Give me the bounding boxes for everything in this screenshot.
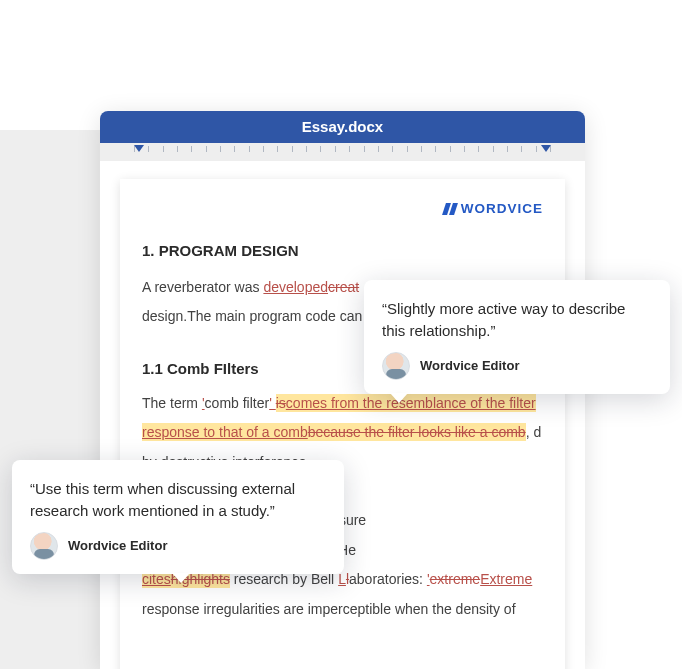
track-insert[interactable]: developed — [263, 279, 328, 295]
document-title: Essay.docx — [302, 118, 383, 135]
popover-tail-icon — [172, 573, 190, 583]
text-run: aboratories: — [349, 571, 427, 587]
comment-author-row: Wordvice Editor — [30, 532, 326, 560]
brand-icon — [443, 202, 457, 216]
comment-author-row: Wordvice Editor — [382, 352, 652, 380]
text-run: comb filter — [205, 395, 270, 411]
ruler-indent-right-icon[interactable] — [541, 145, 551, 152]
text-run: response irregularities are imperceptibl… — [142, 601, 516, 617]
avatar — [382, 352, 410, 380]
comment-text: “Use this term when discussing external … — [30, 478, 326, 522]
track-insert[interactable]: Extreme — [480, 571, 532, 587]
track-insert[interactable]: cites — [142, 571, 171, 587]
background-panel — [0, 130, 100, 669]
heading-1: 1. PROGRAM DESIGN — [142, 242, 543, 259]
comment-author: Wordvice Editor — [68, 538, 167, 553]
text-run: design.The main program code can — [142, 308, 362, 324]
track-delete[interactable]: is — [276, 395, 286, 411]
brand-text: WORDVICE — [461, 201, 543, 216]
page-surface: WORDVICE 1. PROGRAM DESIGN A reverberato… — [120, 179, 565, 669]
track-delete[interactable]: extreme — [430, 571, 481, 587]
track-delete[interactable]: because the filter looks like a comb — [308, 424, 526, 440]
popover-tail-icon — [390, 393, 408, 403]
ruler-ticks — [100, 143, 585, 161]
track-delete[interactable]: creat — [328, 279, 359, 295]
ruler-indent-left-icon[interactable] — [134, 145, 144, 152]
comment-author: Wordvice Editor — [420, 358, 519, 373]
comment-popover[interactable]: “Use this term when discussing external … — [12, 460, 344, 574]
ruler[interactable] — [100, 143, 585, 161]
text-run: A reverberator was — [142, 279, 263, 295]
text-run: The term — [142, 395, 202, 411]
comment-popover[interactable]: “Slightly more active way to describe th… — [364, 280, 670, 394]
avatar — [30, 532, 58, 560]
brand-logo: WORDVICE — [142, 201, 543, 216]
window-titlebar: Essay.docx — [100, 111, 585, 143]
track-insert[interactable]: L — [338, 571, 346, 587]
text-run: research by Bell — [230, 571, 338, 587]
comment-text: “Slightly more active way to describe th… — [382, 298, 652, 342]
